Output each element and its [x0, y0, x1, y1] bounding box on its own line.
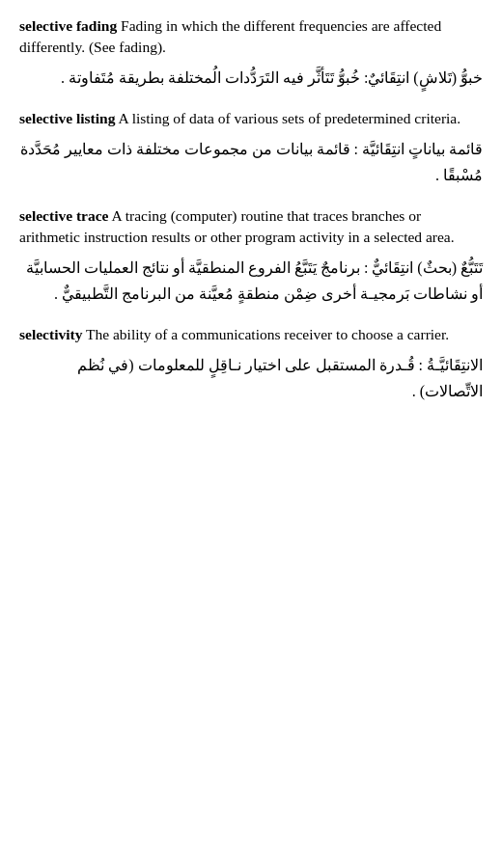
dictionary-page: selective fading Fading in which the dif… — [19, 15, 483, 404]
entry-term: selective listing — [19, 110, 115, 126]
dictionary-entry: selective trace A tracing (computer) rou… — [19, 205, 483, 307]
entry-english-block: selective trace A tracing (computer) rou… — [19, 205, 483, 249]
dictionary-entry: selective fading Fading in which the dif… — [19, 15, 483, 91]
entry-english-block: selective listing A listing of data of v… — [19, 108, 483, 129]
entry-english-block: selectivity The ability of a communicati… — [19, 324, 483, 345]
dictionary-entry: selectivity The ability of a communicati… — [19, 324, 483, 404]
dictionary-entry: selective listing A listing of data of v… — [19, 108, 483, 188]
entry-term: selective fading — [19, 17, 117, 34]
entry-term: selectivity — [19, 326, 82, 342]
entry-english-block: selective fading Fading in which the dif… — [19, 15, 483, 59]
entry-arabic: الانتِقَائيَّـةُ : قُـدرة المستقبل على ا… — [19, 352, 483, 404]
entry-arabic: تَتَبُّعٌ (بحثٌ) انتِقَائيٌّ : برنامجٌ ي… — [19, 255, 483, 307]
entry-arabic: خبوُّ (تَلاشٍ) انتِقَائيٌ: خُبوُّ تَتَأث… — [19, 65, 483, 91]
entry-definition: The ability of a communications receiver… — [82, 326, 449, 342]
entry-definition: A listing of data of various sets of pre… — [115, 110, 460, 126]
entry-arabic: قائمة بياناتٍ انتِقَائيَّة : قائمة بيانا… — [19, 136, 483, 188]
entry-term: selective trace — [19, 207, 109, 224]
